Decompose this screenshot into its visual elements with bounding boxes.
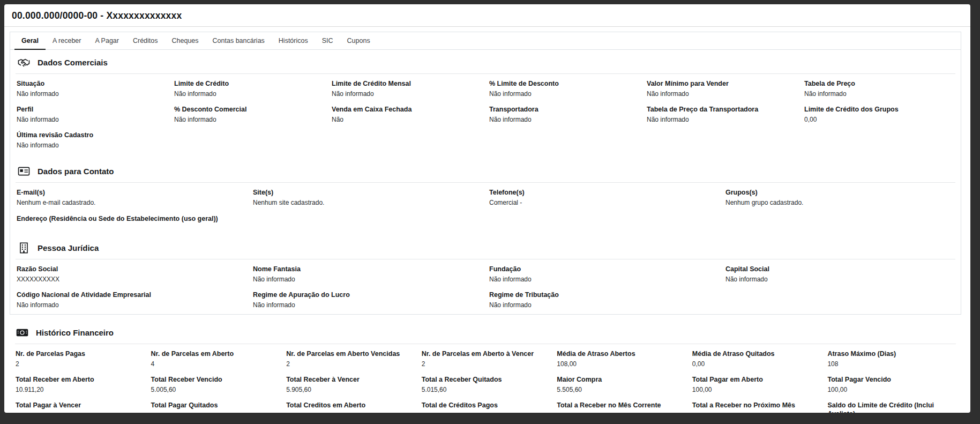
field-label: Perfil bbox=[17, 106, 167, 114]
tab-historicos[interactable]: Históricos bbox=[272, 32, 315, 50]
field-value: 4 bbox=[151, 360, 279, 368]
field-value: 0,00 bbox=[16, 412, 144, 413]
field-value: Nenhum site cadastrado. bbox=[253, 199, 482, 206]
field-label: Venda em Caixa Fechada bbox=[332, 106, 482, 114]
section-dados-contato: Dados para Contato E-mail(s) Nenhum e-ma… bbox=[10, 159, 961, 231]
field: Regime de Apuração do Lucro Não informad… bbox=[253, 291, 482, 309]
field: Limite de Crédito dos Grupos 0,00 bbox=[804, 106, 954, 123]
field-label: Situação bbox=[17, 80, 167, 88]
field: E-mail(s) Nenhum e-mail cadastrado. bbox=[17, 189, 245, 206]
field-label: E-mail(s) bbox=[17, 189, 245, 197]
field: Transportadora Não informado bbox=[489, 106, 639, 123]
field: Nome Fantasia Não informado bbox=[253, 265, 482, 283]
field-value: 5.505,60 bbox=[557, 386, 685, 393]
customer-detail-panel: Geral A receber A Pagar Créditos Cheques… bbox=[10, 32, 961, 315]
field-label: Total Pagar à Vencer bbox=[16, 401, 144, 410]
field-label: Tabela de Preço da Transportadora bbox=[647, 106, 797, 114]
field-value: Não informado bbox=[174, 116, 324, 123]
section-title: Dados para Contato bbox=[38, 167, 114, 176]
field-value: Não informado bbox=[647, 90, 797, 98]
section-header: Dados para Contato bbox=[16, 163, 955, 183]
pessoa-juridica-fields: Razão Social XXXXXXXXXX Nome Fantasia Nã… bbox=[16, 265, 955, 309]
field: Total Pagar Quitados 0,00 bbox=[151, 401, 279, 413]
field-value: 5.905,60 bbox=[692, 412, 820, 413]
field-value: 108,00 bbox=[557, 360, 685, 368]
field-value: 2 bbox=[16, 360, 144, 368]
field-value: Não informado bbox=[174, 90, 324, 98]
field-value: Não informado bbox=[725, 276, 954, 283]
field-label: Total a Receber no Mês Corrente bbox=[557, 401, 685, 410]
tab-a-pagar[interactable]: A Pagar bbox=[88, 32, 125, 50]
field-label: Atraso Máximo (Dias) bbox=[827, 350, 955, 359]
field: Tabela de Preço Não informado bbox=[804, 80, 954, 98]
field-label: Total Receber em Aberto bbox=[16, 376, 144, 384]
field-label: Site(s) bbox=[253, 189, 482, 197]
field: Nr. de Parcelas Pagas 2 bbox=[16, 350, 144, 368]
field-value: 100,00 bbox=[692, 386, 820, 393]
field-label: Tabela de Preço bbox=[804, 80, 954, 88]
field: Total Pagar à Vencer 0,00 bbox=[16, 401, 144, 413]
field-label: Razão Social bbox=[17, 265, 245, 274]
field: Atraso Máximo (Dias) 108 bbox=[827, 350, 955, 368]
field-label: Saldo do Limite de Crédito (Inclui Avali… bbox=[827, 401, 955, 413]
field: Maior Compra 5.505,60 bbox=[557, 376, 685, 393]
field-value: 0,00 bbox=[286, 412, 414, 413]
field-value: Não informado bbox=[17, 116, 167, 123]
section-header: Dados Comerciais bbox=[16, 55, 955, 74]
field: Total Creditos em Aberto 0,00 bbox=[286, 401, 414, 413]
field-value: 2 bbox=[422, 360, 550, 368]
field: Nr. de Parcelas em Aberto 4 bbox=[151, 350, 279, 368]
field: Total Pagar Vencido 100,00 bbox=[827, 376, 955, 393]
field-value: Não informado bbox=[332, 90, 482, 98]
field-value: Não informado bbox=[647, 116, 797, 123]
field: Site(s) Nenhum site cadastrado. bbox=[253, 189, 482, 206]
field-value: 5.905,60 bbox=[286, 386, 414, 393]
section-header: Pessoa Jurídica bbox=[16, 240, 955, 259]
tab-creditos[interactable]: Créditos bbox=[126, 32, 165, 50]
tab-sic[interactable]: SIC bbox=[315, 32, 340, 50]
page-title: 00.000.000/0000-00 - Xxxxxxxxxxxxxx bbox=[4, 4, 970, 27]
field-value: Não informado bbox=[17, 301, 245, 309]
field-label: Total Pagar Vencido bbox=[827, 376, 955, 384]
dados-comerciais-fields: Situação Não informado Limite de Crédito… bbox=[16, 80, 955, 149]
app-window: 00.000.000/0000-00 - Xxxxxxxxxxxxxx Gera… bbox=[4, 4, 970, 413]
field-value: Não informado bbox=[489, 276, 718, 283]
field-label: Limite de Crédito bbox=[174, 80, 324, 88]
field: Limite de Crédito Mensal Não informado bbox=[332, 80, 482, 98]
endereco-label: Endereço (Residência ou Sede do Estabele… bbox=[16, 215, 955, 226]
field-label: Grupos(s) bbox=[725, 189, 954, 197]
tab-a-receber[interactable]: A receber bbox=[46, 32, 88, 50]
field: Código Nacional de Atividade Empresarial… bbox=[17, 291, 245, 309]
field-label: Média de Atraso Quitados bbox=[692, 350, 820, 359]
building-icon bbox=[18, 242, 30, 254]
tab-contas-bancarias[interactable]: Contas bancárias bbox=[206, 32, 272, 50]
field-label: Nr. de Parcelas em Aberto Vencidas bbox=[286, 350, 414, 359]
field-label: Nome Fantasia bbox=[253, 265, 482, 274]
field-label: Total Creditos em Aberto bbox=[286, 401, 414, 410]
field: Fundação Não informado bbox=[489, 265, 718, 283]
field-label: Regime de Apuração do Lucro bbox=[253, 291, 482, 300]
field-label: Nr. de Parcelas Pagas bbox=[16, 350, 144, 359]
field-value: 0,00 bbox=[557, 412, 685, 413]
field: Valor Mínimo para Vender Não informado bbox=[647, 80, 797, 98]
field: Tabela de Preço da Transportadora Não in… bbox=[647, 106, 797, 123]
tab-geral[interactable]: Geral bbox=[14, 32, 46, 50]
field: Média de Atraso Abertos 108,00 bbox=[557, 350, 685, 368]
field: Grupos(s) Nenhum grupo cadastrado. bbox=[725, 189, 954, 206]
field-value: Não bbox=[332, 116, 482, 123]
field: Situação Não informado bbox=[17, 80, 167, 98]
field: Total Pagar em Aberto 100,00 bbox=[692, 376, 820, 393]
field-label: Limite de Crédito Mensal bbox=[332, 80, 482, 88]
field: Média de Atraso Quitados 0,00 bbox=[692, 350, 820, 368]
tab-cheques[interactable]: Cheques bbox=[165, 32, 206, 50]
field-label: Total de Créditos Pagos bbox=[422, 401, 550, 410]
tab-cupons[interactable]: Cupons bbox=[340, 32, 377, 50]
field-value: Não informado bbox=[17, 142, 167, 149]
field: Total Receber Vencido 5.005,60 bbox=[151, 376, 279, 393]
field-value: 2 bbox=[286, 360, 414, 368]
field: Total a Receber no Mês Corrente 0,00 bbox=[557, 401, 685, 413]
field-value: Não informado bbox=[253, 276, 482, 283]
field-label: Total Pagar Quitados bbox=[151, 401, 279, 410]
field-value: 5.005,60 bbox=[151, 386, 279, 393]
field-label: Última revisão Cadastro bbox=[17, 131, 167, 140]
